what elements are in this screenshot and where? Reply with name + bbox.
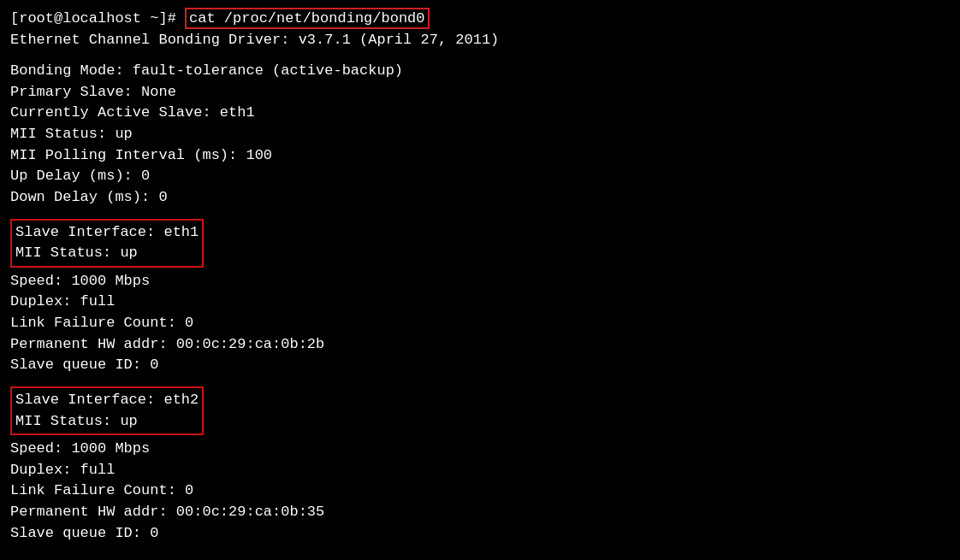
slave1-link-failure-line: Link Failure Count: 0 [10,313,950,334]
command-highlight: cat /proc/net/bonding/bond0 [185,8,429,29]
prompt: [root@localhost ~]# [10,10,185,27]
slave2-link-failure-line: Link Failure Count: 0 [10,480,950,502]
slave1-mii-line: MII Status: up [15,243,199,264]
slave1-speed-line: Speed: 1000 Mbps [10,271,950,292]
spacer3 [10,376,950,386]
slave1-hw-addr-line: Permanent HW addr: 00:0c:29:ca:0b:2b [10,334,950,356]
mii-status-line: MII Status: up [10,124,950,145]
slave2-queue-line: Slave queue ID: 0 [10,523,950,545]
slave1-interface-line: Slave Interface: eth1 [15,222,199,244]
slave1-red-box: Slave Interface: eth1 MII Status: up [10,219,204,268]
slave2-duplex-line: Duplex: full [10,460,950,481]
slave2-speed-line: Speed: 1000 Mbps [10,439,950,460]
up-delay-line: Up Delay (ms): 0 [10,166,950,187]
spacer1 [10,50,950,61]
command-line: [root@localhost ~]# cat /proc/net/bondin… [10,9,950,30]
terminal-window: [root@localhost ~]# cat /proc/net/bondin… [10,9,950,551]
slave2-interface-line: Slave Interface: eth2 [15,390,199,411]
slave2-red-box: Slave Interface: eth2 MII Status: up [10,386,204,435]
mii-polling-line: MII Polling Interval (ms): 100 [10,145,950,167]
spacer2 [10,209,950,219]
primary-slave-line: Primary Slave: None [10,82,950,103]
slave1-duplex-line: Duplex: full [10,292,950,313]
slave2-hw-addr-line: Permanent HW addr: 00:0c:29:ca:0b:35 [10,502,950,523]
bonding-mode-line: Bonding Mode: fault-tolerance (active-ba… [10,61,950,82]
slave1-queue-line: Slave queue ID: 0 [10,355,950,376]
active-slave-line: Currently Active Slave: eth1 [10,103,950,124]
down-delay-line: Down Delay (ms): 0 [10,187,950,209]
driver-info-line: Ethernet Channel Bonding Driver: v3.7.1 … [10,30,950,51]
slave2-mii-line: MII Status: up [15,411,199,433]
